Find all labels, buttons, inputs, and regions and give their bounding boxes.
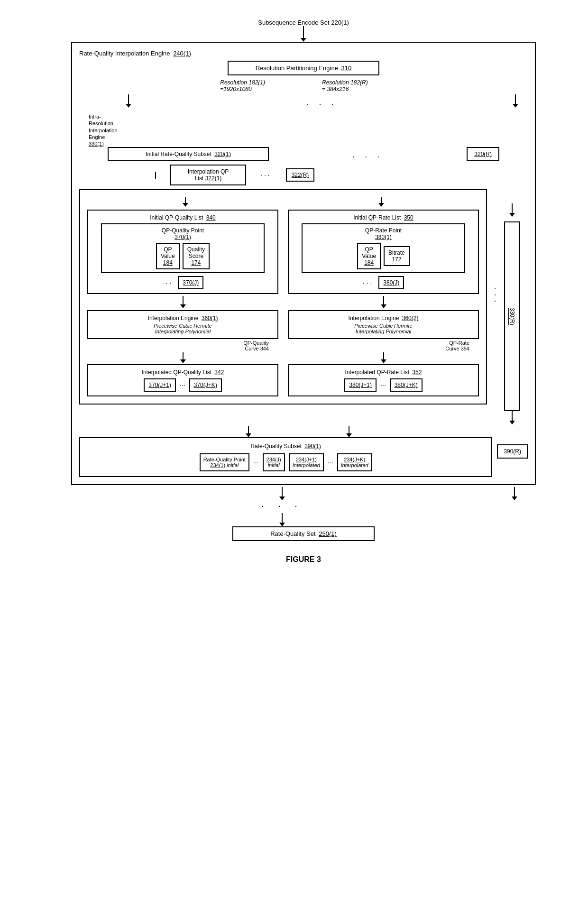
point-J1-rate-box: 380(J+1)	[344, 378, 377, 392]
qp-rate-curve-label: QP-Rate	[449, 340, 469, 346]
initial-rq-subset-box: Initial Rate-Quality Subset 320(1)	[108, 147, 269, 161]
right-side-330R: 330(R)	[496, 203, 528, 424]
qp-quality-curve-id: Curve 344	[245, 346, 269, 351]
dots-J1-quality: ···	[180, 381, 185, 389]
330R-box: 330(R)	[504, 221, 520, 411]
rq-point-234-J-box: 234(J) initial	[263, 453, 285, 471]
dots-370: ···	[162, 279, 174, 286]
quality-score-box: Quality Score 174	[183, 243, 210, 269]
arrow-from-quality	[246, 426, 251, 437]
interpolated-qp-rate-list-box: Interpolated QP-Rate List 352 380(J+1) ·…	[288, 364, 479, 396]
rq-point-234-JK-box: 234(J+K) Interpolated	[337, 453, 372, 471]
rate-quality-engine-label: Rate-Quality Interpolation Engine 240(1)	[79, 50, 528, 57]
qp-rate-point-J-box: 380(J)	[378, 276, 404, 289]
dots-between-subset-set: · · ·	[261, 500, 303, 511]
qp-rate-curve-id: Curve 354	[445, 346, 469, 351]
qp-value-rate-box: QP Value 184	[357, 243, 381, 269]
rate-quality-interpolation-engine-box: Rate-Quality Interpolation Engine 240(1)…	[71, 42, 536, 485]
intra-resolution-engine-container: Initial QP-Quality List 340 QP-Quality P…	[79, 189, 487, 404]
intra-resolution-label: Intra- Resolution Interpolation Engine 3…	[89, 113, 122, 147]
point-JK-quality-box: 370(J+K)	[189, 378, 222, 392]
qp-quality-point-box: QP-Quality Point 370(1) QP	[101, 223, 265, 273]
arrow-from-dots	[279, 513, 285, 526]
dots-234: ···	[253, 459, 259, 466]
diagram-container: Subsequence Encode Set 220(1) Rate-Quali…	[43, 9, 564, 573]
interpolation-qp-list-R-box: 322(R)	[286, 168, 315, 182]
subset-row: Rate-Quality Point 234(1) initial ··· 23…	[200, 453, 372, 471]
figure-title: FIGURE 3	[286, 555, 321, 564]
qp-rate-point-box: QP-Rate Point 380(1) QP	[302, 223, 465, 273]
diagram-wrapper: Subsequence Encode Set 220(1) Rate-Quali…	[43, 9, 545, 573]
point-J1-quality-box: 370(J+1)	[144, 378, 176, 392]
resolution-182-1-label: Resolution 182(1) =1920x1080	[220, 79, 265, 92]
qp-quality-curve-label: QP-Quality	[243, 340, 269, 346]
interpolation-engine-1-box: Interpolation Engine 360(1) Piecewise Cu…	[87, 310, 278, 339]
dots-subset: · · ·	[352, 152, 383, 162]
interpolation-qp-list-box: Interpolation QP List 322(1)	[170, 165, 246, 185]
initial-rq-subset-R-box: 320(R)	[467, 147, 499, 161]
qp-quality-point-J-box: 370(J)	[178, 276, 203, 289]
dots-intra-right: ···	[491, 288, 500, 306]
bitrate-box: Bitrate 172	[384, 246, 410, 266]
arrow-from-rate	[346, 426, 352, 437]
arrow-to-dots	[279, 487, 285, 500]
dots-234-interp: ···	[328, 459, 333, 466]
dots-380: ···	[363, 279, 374, 286]
390R-box: 390(R)	[497, 444, 528, 459]
point-JK-rate-box: 380(J+K)	[390, 378, 423, 392]
arrow-1	[301, 26, 306, 42]
qp-value-quality-box: QP Value 184	[156, 243, 180, 269]
interpolation-engine-2-box: Interpolation Engine 360(2) Piecewise Cu…	[288, 310, 479, 339]
dots-qp-list: ···	[260, 171, 272, 179]
resolution-182-R-label: Resolution 182(R) = 384x216	[322, 79, 368, 92]
rq-subset-box: Rate-Quality Subset 390(1) Rate-Quality …	[79, 437, 492, 477]
arrow-390R-down	[512, 487, 517, 500]
rq-point-234-J1-box: 234(J+1) Interpolated	[289, 453, 324, 471]
subsequence-encode-set-label: Subsequence Encode Set 220(1)	[258, 19, 349, 26]
interpolated-qp-quality-list-box: Interpolated QP-Quality List 342 370(J+1…	[87, 364, 278, 396]
rate-quality-set-box: Rate-Quality Set 250(1)	[232, 526, 375, 541]
resolution-partitioning-engine-box: Resolution Partitioning Engine 310	[228, 61, 379, 75]
initial-qp-quality-list-box: Initial QP-Quality List 340 QP-Quality P…	[87, 210, 278, 294]
rq-point-234-1-box: Rate-Quality Point 234(1) initial	[200, 453, 249, 471]
dots-resolution: · · ·	[306, 99, 337, 109]
initial-qp-rate-list-box: Initial QP-Rate List 350 QP-Rate Point	[288, 210, 479, 294]
dots-J1-rate: ···	[380, 381, 386, 389]
